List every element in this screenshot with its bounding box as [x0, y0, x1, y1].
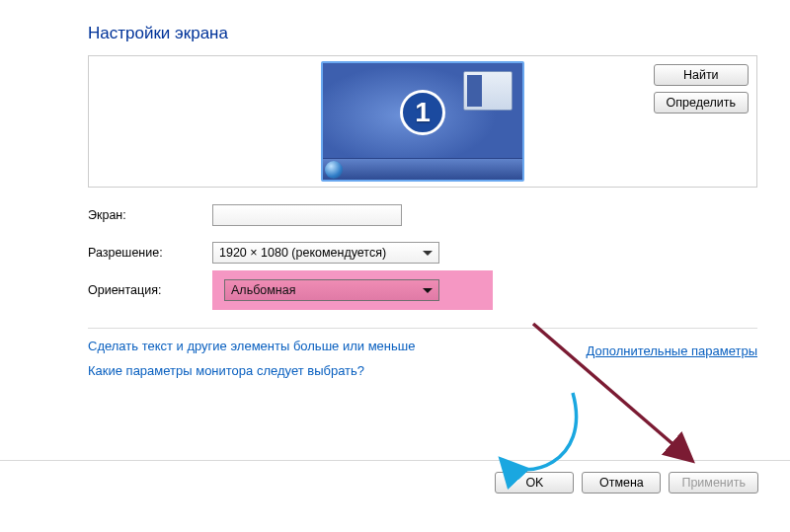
orientation-label: Ориентация: [88, 270, 212, 310]
monitor-1-preview[interactable]: 1 [321, 61, 524, 182]
preview-start-icon [325, 161, 343, 179]
monitor-help-link[interactable]: Какие параметры монитора следует выбрать… [88, 363, 757, 378]
cancel-button[interactable]: Отмена [582, 472, 661, 494]
annotation-arrow-blue [502, 393, 577, 470]
monitor-number-badge: 1 [400, 90, 445, 135]
find-button[interactable]: Найти [654, 64, 749, 86]
dialog-footer: OK Отмена Применить [0, 460, 790, 503]
resolution-dropdown[interactable]: 1920 × 1080 (рекомендуется) [212, 242, 439, 264]
apply-button[interactable]: Применить [669, 472, 758, 494]
orientation-value: Альбомная [231, 283, 295, 297]
preview-window-icon [463, 71, 513, 111]
screen-label: Экран: [88, 208, 212, 222]
resolution-label: Разрешение: [88, 246, 212, 260]
detect-button[interactable]: Определить [654, 92, 749, 114]
screen-dropdown[interactable] [212, 204, 402, 226]
resolution-value: 1920 × 1080 (рекомендуется) [219, 246, 386, 260]
page-title: Настройки экрана [88, 24, 757, 43]
orientation-dropdown[interactable]: Альбомная [224, 279, 439, 301]
display-preview-area: 1 Найти Определить [88, 55, 757, 188]
chevron-down-icon [423, 283, 433, 297]
advanced-settings-link[interactable]: Дополнительные параметры [586, 343, 757, 358]
ok-button[interactable]: OK [495, 472, 574, 494]
chevron-down-icon [423, 246, 433, 260]
divider [88, 328, 757, 329]
preview-taskbar-icon [323, 158, 522, 180]
